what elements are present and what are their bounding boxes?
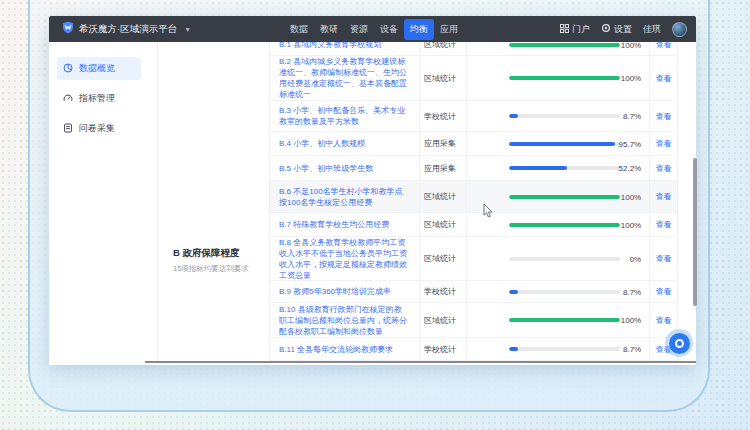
portal-grid-icon: [560, 24, 569, 35]
view-link[interactable]: 查看: [656, 138, 672, 149]
settings-button[interactable]: 设置: [601, 23, 632, 36]
progress-percent: 8.7%: [623, 287, 641, 296]
progress-bar: [509, 195, 620, 199]
action-cell: 查看: [649, 101, 677, 131]
table-row: B.5 小学、初中班级学生数 应用采集 52.2% 查看: [270, 156, 677, 181]
action-cell: 查看: [649, 132, 677, 155]
view-link[interactable]: 查看: [656, 163, 672, 174]
user-avatar[interactable]: [672, 22, 687, 37]
progress-bar: [509, 166, 620, 170]
indicator-link[interactable]: B.3 小学、初中配备音乐、美术专业教室的数量及平方米数: [270, 103, 419, 129]
nav-item-教研[interactable]: 教研: [314, 19, 344, 40]
progress-bar-fill: [509, 223, 620, 227]
action-cell: 查看: [649, 281, 677, 302]
sidebar-item-数据概览[interactable]: 数据概览: [57, 57, 141, 80]
top-navbar: 希沃魔方·区域演示平台 ▼ 数据教研资源设备均衡应用 门户 设置 佳琪: [49, 16, 696, 42]
view-link[interactable]: 查看: [656, 286, 672, 297]
collect-type-label: 区域统计: [419, 237, 466, 280]
progress-bar-fill: [509, 318, 620, 322]
sidebar: 数据概览指标管理问卷采集: [49, 42, 149, 365]
progress-bar: [509, 76, 620, 80]
progress-bar: [509, 43, 620, 47]
view-link[interactable]: 查看: [656, 111, 672, 122]
view-link[interactable]: 查看: [656, 191, 672, 202]
sidebar-item-label: 指标管理: [79, 92, 115, 105]
data-overview-icon: [63, 63, 73, 75]
collect-type-label: 应用采集: [419, 156, 466, 180]
table-row: B.8 全县义务教育学校教师平均工资收入水平不低于当地公务员平均工资收入水平，按…: [270, 237, 677, 281]
nav-item-均衡[interactable]: 均衡: [404, 19, 434, 40]
action-cell: 查看: [649, 156, 677, 180]
chevron-down-icon[interactable]: ▼: [184, 26, 191, 33]
nav-item-设备[interactable]: 设备: [374, 19, 404, 40]
sidebar-item-label: 数据概览: [79, 62, 115, 75]
category-subtitle: 15项指标均要达到要求: [173, 264, 269, 274]
sidebar-item-问卷采集[interactable]: 问卷采集: [57, 117, 141, 140]
indicator-table: B 政府保障程度 15项指标均要达到要求 B.1 县域内义务教育学校规划 区域统…: [157, 42, 678, 361]
indicator-link[interactable]: B.1 县域内义务教育学校规划: [270, 42, 419, 52]
nav-item-数据[interactable]: 数据: [284, 19, 314, 40]
vertical-scrollbar[interactable]: [693, 158, 697, 306]
shield-logo-icon: [62, 20, 74, 38]
indicator-link[interactable]: B.9 教师5年360学时培训完成率: [270, 284, 419, 299]
progress-cell: 100%: [466, 181, 650, 212]
portal-button[interactable]: 门户: [560, 23, 590, 36]
progress-bar: [509, 347, 620, 351]
indicator-link[interactable]: B.7 特殊教育学校生均公用经费: [270, 217, 419, 232]
progress-percent: 0%: [630, 254, 642, 263]
progress-bar-fill: [509, 195, 620, 199]
progress-cell: 8.7%: [466, 101, 650, 131]
app-title: 希沃魔方·区域演示平台: [79, 23, 177, 36]
indicator-link[interactable]: B.5 小学、初中班级学生数: [270, 161, 419, 176]
progress-bar-fill: [509, 76, 620, 80]
collect-type-label: 区域统计: [419, 181, 466, 212]
indicator-link[interactable]: B.6 不足100名学生村小学和教学点按100名学生核定公用经费: [270, 184, 419, 210]
progress-bar-fill: [509, 347, 519, 351]
progress-cell: 52.2%: [466, 156, 650, 180]
table-row: B.2 县域内城乡义务教育学校建设标准统一、教师编制标准统一、生均公用经费基准定…: [270, 56, 677, 101]
view-link[interactable]: 查看: [656, 219, 672, 230]
app-window: 希沃魔方·区域演示平台 ▼ 数据教研资源设备均衡应用 门户 设置 佳琪 数据概览…: [49, 16, 696, 365]
username[interactable]: 佳琪: [643, 23, 661, 36]
view-link[interactable]: 查看: [656, 253, 672, 264]
progress-bar-fill: [509, 114, 519, 118]
collect-type-label: 区域统计: [419, 56, 466, 100]
table-row: B.3 小学、初中配备音乐、美术专业教室的数量及平方米数 学校统计 8.7% 查…: [270, 101, 677, 132]
progress-cell: 95.7%: [466, 132, 650, 155]
collect-type-label: 区域统计: [419, 303, 466, 337]
portal-label: 门户: [572, 23, 590, 36]
indicator-link[interactable]: B.11 全县每年交流轮岗教师要求: [270, 342, 419, 357]
collect-type-label: 应用采集: [419, 132, 466, 155]
view-link[interactable]: 查看: [656, 42, 672, 50]
view-link[interactable]: 查看: [656, 315, 672, 326]
action-cell: 查看: [649, 56, 677, 100]
nav-item-资源[interactable]: 资源: [344, 19, 374, 40]
brand[interactable]: 希沃魔方·区域演示平台 ▼: [49, 20, 191, 38]
indicator-link[interactable]: B.2 县域内城乡义务教育学校建设标准统一、教师编制标准统一、生均公用经费基准定…: [270, 54, 419, 102]
sidebar-item-指标管理[interactable]: 指标管理: [57, 87, 141, 110]
settings-label: 设置: [614, 23, 632, 36]
view-link[interactable]: 查看: [656, 73, 672, 84]
category-title: B 政府保障程度: [173, 247, 269, 260]
progress-bar: [509, 257, 620, 261]
progress-cell: 100%: [466, 56, 650, 100]
indicator-link[interactable]: B.10 县级教育行政部门在核定的教职工编制总额和岗位总量内，统筹分配各校教职工…: [270, 302, 419, 339]
table-rows: B.1 县域内义务教育学校规划 区域统计 100% 查看 B.2 县域内城乡义务…: [269, 42, 677, 361]
table-row: B.7 特殊教育学校生均公用经费 区域统计 100% 查看: [270, 213, 677, 237]
indicator-link[interactable]: B.8 全县义务教育学校教师平均工资收入水平不低于当地公务员平均工资收入水平，按…: [270, 235, 419, 283]
category-cell: B 政府保障程度 15项指标均要达到要求: [173, 247, 269, 274]
progress-cell: 100%: [466, 213, 650, 236]
indicator-link[interactable]: B.4 小学、初中人数规模: [270, 136, 419, 151]
progress-percent: 100%: [621, 316, 641, 325]
collect-type-label: 区域统计: [419, 213, 466, 236]
sidebar-item-label: 问卷采集: [79, 122, 115, 135]
chat-support-button[interactable]: [665, 329, 693, 357]
progress-percent: 8.7%: [623, 345, 641, 354]
progress-percent: 8.7%: [623, 112, 641, 121]
progress-cell: 0%: [466, 237, 650, 280]
table-row: B.6 不足100名学生村小学和教学点按100名学生核定公用经费 区域统计 10…: [270, 181, 677, 213]
action-cell: 查看: [649, 181, 677, 212]
progress-cell: 8.7%: [466, 338, 650, 360]
gear-icon: [601, 23, 611, 35]
nav-item-应用[interactable]: 应用: [434, 19, 464, 40]
